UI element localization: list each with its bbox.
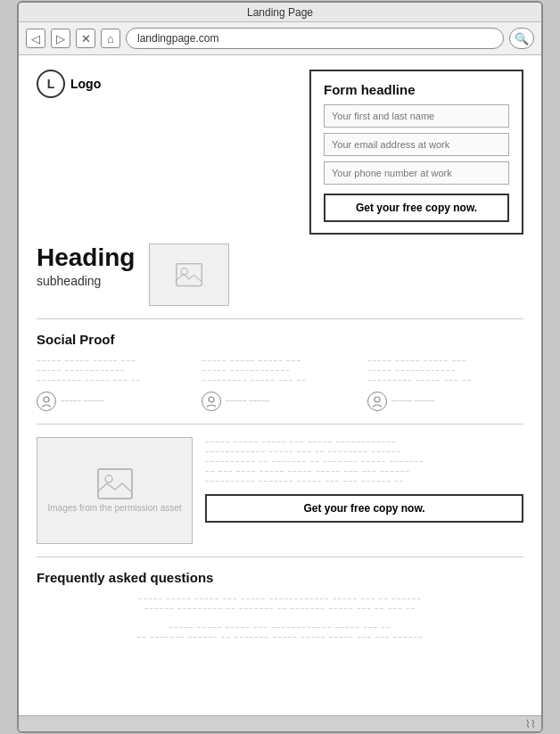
reviewer-1: ~~~~~ ~~~~~ [37, 392, 193, 411]
feature-image-label: Images from the permission asset [40, 503, 188, 513]
svg-rect-5 [98, 469, 132, 499]
close-icon: ✕ [81, 32, 91, 45]
form-headline: Form headline [324, 82, 509, 97]
header-row: L Logo Form headline Get your free copy … [37, 70, 523, 235]
reviewer-2: ~~~~~ ~~~~~ [202, 392, 358, 411]
back-icon: ◁ [31, 32, 40, 45]
testimonial-2-text: ~~~~~ ~~~~~ ~~~~~ ~~~ ~~~~~ ~~~~~~~~~~~~… [202, 356, 358, 386]
social-proof-section: Social Proof ~~~~~ ~~~~~ ~~~~~ ~~~ ~~~~~… [37, 332, 523, 411]
reviewer-2-name: ~~~~~ ~~~~~ [226, 397, 269, 405]
statusbar: ⌇⌇ [19, 715, 541, 731]
logo-icon: L [37, 70, 65, 98]
logo-text: Logo [70, 77, 101, 91]
svg-point-4 [375, 397, 380, 402]
testimonials-grid: ~~~~~ ~~~~~ ~~~~~ ~~~ ~~~~~ ~~~~~~~~~~~~… [37, 356, 523, 411]
svg-rect-0 [177, 264, 202, 286]
hero-image-placeholder [149, 243, 229, 306]
testimonial-1-text: ~~~~~ ~~~~~ ~~~~~ ~~~ ~~~~~ ~~~~~~~~~~~~… [37, 356, 193, 386]
reviewer-3: ~~~~~ ~~~~~ [367, 392, 523, 411]
reviewer-1-name: ~~~~~ ~~~~~ [61, 397, 104, 405]
avatar-2 [202, 392, 221, 411]
phone-input[interactable] [324, 161, 509, 185]
home-button[interactable]: ⌂ [101, 29, 120, 48]
reviewer-3-name: ~~~~~ ~~~~~ [391, 397, 435, 405]
testimonial-2: ~~~~~ ~~~~~ ~~~~~ ~~~ ~~~~~ ~~~~~~~~~~~~… [202, 356, 358, 411]
divider-2 [37, 424, 523, 425]
testimonial-1: ~~~~~ ~~~~~ ~~~~~ ~~~ ~~~~~ ~~~~~~~~~~~~… [37, 356, 193, 411]
forward-button[interactable]: ▷ [51, 29, 70, 48]
close-button[interactable]: ✕ [76, 29, 95, 48]
avatar-1 [37, 392, 56, 411]
feature-cta-button[interactable]: Get your free copy now. [205, 494, 523, 523]
name-input[interactable] [324, 104, 509, 128]
browser-toolbar: ◁ ▷ ✕ ⌂ landingpage.com 🔍 [19, 22, 541, 55]
testimonial-3-text: ~~~~~ ~~~~~ ~~~~~ ~~~ ~~~~~ ~~~~~~~~~~~~… [367, 356, 523, 386]
browser-window: Landing Page ◁ ▷ ✕ ⌂ landingpage.com 🔍 L [17, 1, 543, 733]
svg-point-3 [209, 397, 214, 402]
faq-item-1: ~~~~~ ~~~~~ ~~~~~ ~~~ ~~~~~ ~~~~~~~~~~~~… [37, 594, 523, 614]
browser-titlebar: Landing Page [19, 3, 541, 22]
statusbar-icon: ⌇⌇ [525, 718, 536, 730]
logo-area: L Logo [37, 70, 101, 98]
form-submit-button[interactable]: Get your free copy now. [324, 194, 509, 222]
feature-body-text: ~~~~~ ~~~~~ ~~~~~ ~~~ ~~~~~ ~~~~~~~~~~~~… [205, 437, 523, 487]
hero-heading: Heading [37, 243, 135, 272]
faq-item-2: ~~~~~ ~~~~~ ~~~~~ ~~~ ~~~~~~~~~~~~ ~~~~~… [37, 623, 523, 642]
feature-image-icon [97, 468, 133, 499]
forward-icon: ▷ [56, 32, 65, 45]
address-bar[interactable]: landingpage.com [126, 28, 504, 49]
back-button[interactable]: ◁ [26, 29, 45, 48]
feature-right: ~~~~~ ~~~~~ ~~~~~ ~~~ ~~~~~ ~~~~~~~~~~~~… [205, 437, 523, 523]
social-proof-title: Social Proof [37, 332, 523, 347]
avatar-3-icon [371, 395, 383, 408]
search-icon: 🔍 [515, 32, 529, 45]
hero-text: Heading subheading [37, 243, 135, 288]
home-icon: ⌂ [107, 32, 114, 45]
hero-subheading: subheading [37, 274, 135, 288]
feature-section: Images from the permission asset ~~~~~ ~… [37, 437, 523, 544]
page-content: L Logo Form headline Get your free copy … [19, 55, 541, 715]
page-title: Landing Page [247, 6, 313, 19]
email-input[interactable] [324, 133, 509, 156]
hero-image-icon [176, 261, 202, 288]
divider-3 [37, 557, 523, 557]
feature-image: Images from the permission asset [37, 437, 193, 544]
divider-1 [37, 318, 523, 319]
hero-area: Heading subheading [37, 243, 523, 306]
search-button[interactable]: 🔍 [509, 28, 534, 49]
form-box: Form headline Get your free copy now. [309, 70, 523, 235]
faq-section: Frequently asked questions ~~~~~ ~~~~~ ~… [37, 570, 523, 643]
faq-title: Frequently asked questions [37, 570, 523, 585]
avatar-2-icon [205, 395, 218, 408]
svg-point-2 [44, 397, 49, 402]
avatar-1-icon [40, 395, 53, 408]
avatar-3 [367, 392, 387, 411]
address-text: landingpage.com [137, 32, 218, 45]
testimonial-3: ~~~~~ ~~~~~ ~~~~~ ~~~ ~~~~~ ~~~~~~~~~~~~… [367, 356, 523, 411]
